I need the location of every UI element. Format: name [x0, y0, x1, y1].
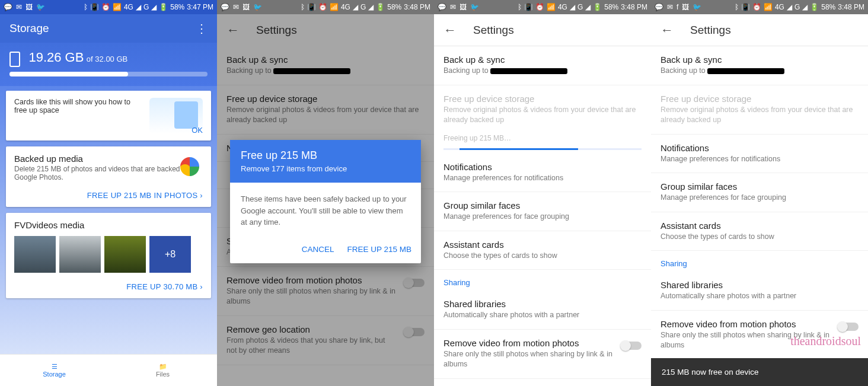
clock: 3:48 PM — [838, 3, 864, 11]
free-up-fvd-button[interactable]: FREE UP 30.70 MB › — [14, 282, 203, 291]
nav-files[interactable]: 📁 Files — [108, 355, 217, 386]
fvd-card: FVDvideos media +8 FREE UP 30.70 MB › — [6, 213, 211, 298]
free-up-photos-button[interactable]: FREE UP 215 MB IN PHOTOS › — [14, 191, 203, 200]
setting-faces[interactable]: Group similar facesManage preferences fo… — [651, 173, 868, 212]
watermark: theandroidsoul — [790, 334, 861, 348]
status-bar: 💬✉🖼🐦 ᛒ📳⏰📶4G◢G◢🔋58%3:48 PM — [217, 0, 434, 14]
tip-ok-button[interactable]: OK — [192, 126, 203, 135]
dialog-cancel-button[interactable]: CANCEL — [302, 245, 334, 254]
setting-faces[interactable]: Group similar facesManage preferences fo… — [434, 192, 651, 231]
status-bar: 💬 ✉ 🖼 🐦 ᛒ 📳 ⏰ 📶 4G ◢ G ◢ 🔋 58% 3:47 PM — [0, 0, 217, 14]
thumb[interactable] — [14, 236, 56, 273]
battery-pct: 58% — [170, 3, 184, 11]
status-bar: 💬✉f🖼🐦 ᛒ📳⏰📶4G◢G◢🔋58%3:48 PM — [651, 0, 868, 14]
setting-shared[interactable]: Shared librariesAutomatically share phot… — [434, 291, 651, 330]
signal2-icon: ◢ — [802, 3, 808, 11]
message-icon: ✉ — [16, 3, 22, 11]
messenger-icon: 💬 — [438, 3, 446, 11]
signal-icon: ◢ — [570, 3, 575, 11]
back-icon[interactable]: ← — [443, 23, 457, 38]
twitter-icon: 🐦 — [36, 3, 45, 11]
message-icon: ✉ — [667, 3, 673, 11]
signal-icon: ◢ — [787, 3, 792, 11]
setting-notifications[interactable]: NotificationsManage preferences for noti… — [651, 135, 868, 174]
storage-bar — [9, 72, 208, 76]
setting-geo[interactable]: Remove geo location — [434, 379, 651, 387]
storage-used: 19.26 GB — [28, 50, 84, 65]
bottom-nav: ☰ Storage 📁 Files — [0, 354, 217, 386]
image-icon: 🖼 — [459, 3, 467, 11]
facebook-icon: f — [676, 3, 678, 11]
twitter-icon: 🐦 — [253, 3, 262, 11]
dialog-body: These items have been safely backed up t… — [230, 183, 421, 239]
thumb[interactable] — [104, 236, 146, 273]
thumb-more[interactable]: +8 — [149, 236, 191, 273]
net2-label: G — [143, 3, 149, 11]
thumb[interactable] — [59, 236, 101, 273]
backed-up-title: Backed up media — [14, 154, 203, 164]
vibrate-icon: 📳 — [307, 3, 316, 11]
vibrate-icon: 📳 — [741, 3, 750, 11]
dialog-title: Free up 215 MB — [241, 149, 410, 162]
setting-motion[interactable]: Remove video from motion photosShare onl… — [434, 330, 651, 379]
dialog-confirm-button[interactable]: FREE UP 215 MB — [347, 245, 411, 254]
page-title: Storage — [9, 22, 49, 35]
battery-icon: 🔋 — [376, 3, 385, 11]
free-up-dialog: Free up 215 MB Remove 177 items from dev… — [230, 140, 421, 263]
setting-assistant[interactable]: Assistant cardsChoose the types of cards… — [651, 212, 868, 251]
setting-shared[interactable]: Shared librariesAutomatically share phot… — [651, 272, 868, 311]
redacted-email — [490, 68, 567, 74]
tip-card: Cards like this will show you how to fre… — [6, 91, 211, 141]
signal2-icon: ◢ — [585, 3, 591, 11]
message-icon: ✉ — [450, 3, 456, 11]
storage-total: of 32.00 GB — [87, 55, 127, 63]
setting-freeup: Free up device storageRemove original ph… — [651, 85, 868, 135]
toggle[interactable] — [838, 323, 859, 331]
sharing-section: Sharing — [434, 270, 651, 291]
back-icon[interactable]: ← — [660, 23, 674, 38]
vibrate-icon: 📳 — [524, 3, 533, 11]
wifi-icon: 📶 — [547, 3, 556, 11]
folder-icon: 📁 — [159, 363, 167, 371]
wifi-icon: 📶 — [113, 3, 122, 11]
bluetooth-icon: ᛒ — [301, 3, 305, 11]
nav-storage[interactable]: ☰ Storage — [0, 355, 108, 386]
bluetooth-icon: ᛒ — [518, 3, 522, 11]
signal-icon: ◢ — [136, 3, 141, 11]
fvd-title: FVDvideos media — [14, 220, 203, 230]
vibrate-icon: 📳 — [90, 3, 99, 11]
alarm-icon: ⏰ — [318, 3, 327, 11]
setting-backup[interactable]: Back up & syncBacking up to — [651, 46, 868, 85]
image-icon: 🖼 — [25, 3, 33, 11]
twitter-icon: 🐦 — [470, 3, 479, 11]
battery-icon: 🔋 — [159, 3, 168, 11]
alarm-icon: ⏰ — [752, 3, 761, 11]
backed-up-sub: Delete 215 MB of photos and videos that … — [14, 165, 203, 181]
messenger-icon: 💬 — [655, 3, 663, 11]
page-title: Settings — [473, 24, 514, 37]
battery-icon: 🔋 — [810, 3, 819, 11]
setting-assistant[interactable]: Assistant cardsChoose the types of cards… — [434, 231, 651, 270]
setting-backup[interactable]: Back up & syncBacking up to — [434, 46, 651, 85]
signal2-icon: ◢ — [151, 3, 157, 11]
toggle[interactable] — [621, 342, 642, 350]
image-icon: 🖼 — [682, 3, 689, 11]
net-label: 4G — [124, 3, 133, 11]
signal-icon: ◢ — [353, 3, 358, 11]
backed-up-card: Backed up media Delete 215 MB of photos … — [6, 146, 211, 207]
battery-icon: 🔋 — [593, 3, 602, 11]
bluetooth-icon: ᛒ — [84, 3, 88, 11]
redacted-email — [707, 68, 784, 74]
twitter-icon: 🐦 — [693, 3, 701, 11]
messenger-icon: 💬 — [4, 3, 12, 11]
image-icon: 🖼 — [242, 3, 250, 11]
overflow-icon[interactable]: ⋮ — [196, 21, 208, 36]
page-title: Settings — [690, 24, 731, 37]
setting-notifications[interactable]: NotificationsManage preferences for noti… — [434, 154, 651, 193]
message-icon: ✉ — [233, 3, 239, 11]
bluetooth-icon: ᛒ — [735, 3, 739, 11]
google-photos-icon — [178, 155, 202, 178]
freeing-status: Freeing up 215 MB… — [434, 134, 651, 146]
setting-freeup: Free up device storageRemove original ph… — [434, 85, 651, 134]
alarm-icon: ⏰ — [101, 3, 110, 11]
